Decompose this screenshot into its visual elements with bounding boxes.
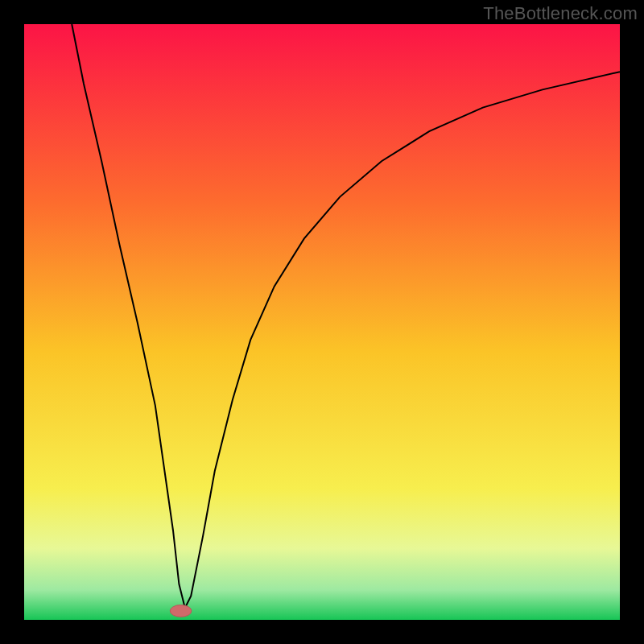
bottleneck-chart bbox=[0, 0, 644, 644]
optimal-point-marker bbox=[170, 605, 192, 617]
watermark-label: TheBottleneck.com bbox=[483, 3, 638, 24]
chart-plot-area bbox=[24, 24, 620, 620]
chart-container: TheBottleneck.com bbox=[0, 0, 644, 644]
